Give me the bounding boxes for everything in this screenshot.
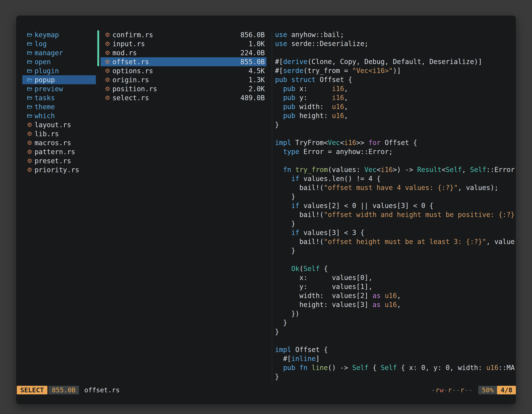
sidebar-item-log[interactable]: log [22, 39, 96, 48]
code-line: impl Offset { [275, 345, 516, 354]
permissions: -rw-r--r-- [431, 386, 473, 394]
sidebar-item-tasks[interactable]: tasks [22, 93, 96, 102]
sidebar-item-label: pattern.rs [35, 148, 75, 156]
rust-file-icon [105, 59, 113, 65]
code-line: pub fn line() -> Self { Self { x: 0, y: … [275, 363, 516, 372]
file-name: input.rs [113, 40, 145, 48]
code-preview: use anyhow::bail;use serde::Deserialize;… [275, 30, 516, 381]
code-line: bail!("offset height must be at least 3:… [275, 237, 516, 246]
rust-file-icon [105, 32, 113, 38]
code-line: Ok(Self { [275, 264, 516, 273]
sidebar-item-priority-rs[interactable]: priority.rs [22, 165, 96, 174]
code-line: impl TryFrom<Vec<i16>> for Offset { [275, 138, 516, 147]
file-size: 1.0K [249, 40, 265, 48]
code-line: }) [275, 309, 516, 318]
code-line: use serde::Deserialize; [275, 39, 516, 48]
folder-icon [27, 41, 35, 47]
file-name: select.rs [113, 94, 149, 102]
code-line: #[derive(Clone, Copy, Debug, Default, De… [275, 57, 516, 66]
sidebar-item-label: preset.rs [35, 157, 71, 165]
sidebar-pane: keymap log manager open plugin popup [22, 30, 96, 174]
folder-icon [27, 104, 35, 110]
status-bar: SELECT 855.0B offset.rs -rw-r--r-- 50% 4… [16, 385, 516, 395]
code-line: width: values[2] as u16, [275, 291, 516, 300]
middle-pane: confirm.rs856.0B input.rs1.0K mod.rs224.… [97, 30, 266, 102]
code-line: } [275, 327, 516, 336]
rust-file-icon [105, 95, 113, 101]
code-line: fn try_from(values: Vec<i16>) -> Result<… [275, 165, 516, 174]
sidebar-item-label: theme [35, 103, 55, 111]
sidebar-item-theme[interactable]: theme [22, 102, 96, 111]
file-row-origin-rs[interactable]: origin.rs1.3K [101, 75, 266, 84]
rust-file-icon [105, 86, 113, 92]
folder-icon [27, 113, 35, 119]
folder-icon [27, 50, 35, 56]
code-line: pub y: i16, [275, 93, 516, 102]
sidebar-item-label: keymap [35, 31, 59, 39]
file-name: mod.rs [113, 49, 137, 57]
sidebar-item-lib-rs[interactable]: lib.rs [22, 129, 96, 138]
file-row-options-rs[interactable]: options.rs4.5K [101, 66, 266, 75]
preview-pane: use anyhow::bail;use serde::Deserialize;… [275, 30, 516, 385]
file-name: position.rs [113, 85, 157, 93]
file-name: offset.rs [113, 58, 149, 66]
file-size: 1.3K [249, 76, 265, 84]
percent-badge: 50% [478, 386, 497, 394]
code-line: bail!("offset width and height must be p… [275, 210, 516, 219]
code-line: } [275, 246, 516, 255]
sidebar-item-label: priority.rs [35, 166, 79, 174]
folder-icon [27, 32, 35, 38]
sidebar-item-label: manager [35, 49, 63, 57]
file-row-confirm-rs[interactable]: confirm.rs856.0B [101, 30, 266, 39]
code-line: height: values[3] as u16, [275, 300, 516, 309]
code-line: } [275, 120, 516, 129]
code-line: if values.len() != 4 { [275, 174, 516, 183]
file-name: origin.rs [113, 76, 149, 84]
folder-icon [27, 59, 35, 65]
code-line: #[serde(try_from = "Vec<i16>")] [275, 66, 516, 75]
sidebar-item-manager[interactable]: manager [22, 48, 96, 57]
sidebar-item-label: tasks [35, 94, 55, 102]
code-line: use anyhow::bail; [275, 30, 516, 39]
rust-file-icon [27, 140, 35, 146]
file-row-input-rs[interactable]: input.rs1.0K [101, 39, 266, 48]
code-line [275, 255, 516, 264]
rust-file-icon [27, 167, 35, 173]
code-line: } [275, 372, 516, 381]
sidebar-item-pattern-rs[interactable]: pattern.rs [22, 147, 96, 156]
file-size: 856.0B [240, 31, 265, 39]
sidebar-item-popup[interactable]: popup [22, 75, 96, 84]
sidebar-item-preset-rs[interactable]: preset.rs [22, 156, 96, 165]
sidebar-item-label: popup [35, 76, 55, 84]
rust-file-icon [105, 77, 113, 83]
sidebar-item-open[interactable]: open [22, 57, 96, 66]
status-filename: offset.rs [84, 386, 120, 394]
sidebar-item-macros-rs[interactable]: macros.rs [22, 138, 96, 147]
sidebar-item-plugin[interactable]: plugin [22, 66, 96, 75]
rust-file-icon [27, 158, 35, 164]
folder-icon [27, 95, 35, 101]
folder-icon [27, 77, 35, 83]
code-line: if values[3] < 3 { [275, 228, 516, 237]
sidebar-item-label: open [35, 58, 51, 66]
folder-icon [27, 68, 35, 74]
sidebar-item-label: preview [35, 85, 63, 93]
sidebar-item-label: lib.rs [35, 130, 59, 138]
code-line: if values[2] < 0 || values[3] < 0 { [275, 201, 516, 210]
code-line: } [275, 192, 516, 201]
sidebar-item-label: which [35, 112, 55, 120]
rust-file-icon [27, 149, 35, 155]
code-line: y: values[1], [275, 282, 516, 291]
sidebar-item-layout-rs[interactable]: layout.rs [22, 120, 96, 129]
file-size: 2.0K [249, 85, 265, 93]
sidebar-item-label: log [35, 40, 47, 48]
file-row-select-rs[interactable]: select.rs489.0B [101, 93, 266, 102]
code-line [275, 156, 516, 165]
rust-file-icon [105, 50, 113, 56]
file-row-mod-rs[interactable]: mod.rs224.0B [101, 48, 266, 57]
file-row-position-rs[interactable]: position.rs2.0K [101, 84, 266, 93]
sidebar-item-keymap[interactable]: keymap [22, 30, 96, 39]
file-row-offset-rs[interactable]: offset.rs855.0B [101, 57, 266, 66]
sidebar-item-which[interactable]: which [22, 111, 96, 120]
sidebar-item-preview[interactable]: preview [22, 84, 96, 93]
